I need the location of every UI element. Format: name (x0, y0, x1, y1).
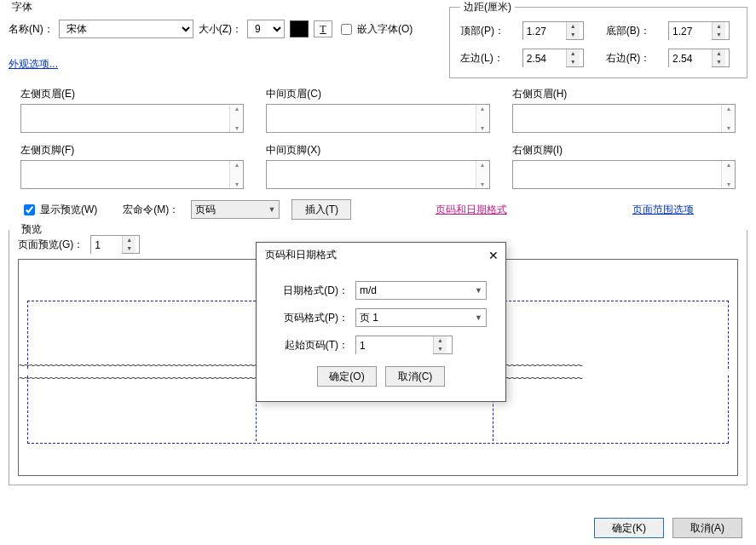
margins-group: 边距(厘米) 顶部(P)： ▲▼ 底部(B)： ▲▼ 左边(L)： ▲▼ 右边(… (449, 0, 747, 78)
footer-right-input[interactable]: ▴▾ (512, 160, 736, 189)
font-size-select[interactable]: 9 (247, 20, 285, 38)
page-date-format-dialog: 页码和日期格式 ✕ 日期格式(D)： m/d ▼ 页码格式(P)： 页 1 ▼ … (256, 242, 506, 402)
scroll-up-icon[interactable]: ▴ (727, 161, 730, 169)
footer-left-input[interactable]: ▴▾ (20, 160, 244, 189)
spin-up-icon[interactable]: ▲ (713, 22, 725, 31)
scroll-up-icon[interactable]: ▴ (481, 161, 484, 169)
dialog-title: 页码和日期格式 (265, 248, 337, 262)
page-date-format-link[interactable]: 页码和日期格式 (436, 204, 507, 215)
font-name-label: 名称(N)： (9, 22, 54, 37)
chevron-down-icon: ▼ (475, 313, 482, 322)
show-preview-checkbox[interactable]: 显示预览(W) (20, 202, 97, 218)
chevron-down-icon: ▼ (475, 286, 482, 295)
dialog-ok-button[interactable]: 确定(O) (317, 366, 377, 387)
margin-top-input[interactable] (523, 22, 566, 41)
margin-left-input[interactable] (523, 49, 566, 68)
header-center-label: 中间页眉(C) (266, 87, 489, 101)
margin-top-spinner[interactable]: ▲▼ (522, 21, 584, 40)
spin-up-icon[interactable]: ▲ (123, 236, 136, 244)
spin-down-icon[interactable]: ▼ (567, 31, 580, 39)
scroll-down-icon[interactable]: ▾ (727, 181, 730, 188)
spin-down-icon[interactable]: ▼ (123, 244, 136, 253)
spin-down-icon[interactable]: ▼ (434, 345, 447, 353)
header-left-input[interactable]: ▴▾ (20, 104, 244, 133)
macro-label: 宏命令(M)： (123, 203, 179, 217)
spin-up-icon[interactable]: ▲ (567, 49, 580, 58)
chevron-down-icon: ▼ (268, 205, 275, 214)
header-right-label: 右侧页眉(H) (512, 87, 736, 101)
font-name-select[interactable]: 宋体 (59, 20, 193, 38)
appearance-options-link[interactable]: 外观选项... (9, 58, 58, 70)
start-page-label: 起始页码(T)： (275, 338, 349, 353)
spin-up-icon[interactable]: ▲ (567, 22, 580, 31)
scroll-down-icon[interactable]: ▾ (235, 181, 239, 188)
dialog-cancel-button[interactable]: 取消(C) (385, 366, 445, 387)
header-center-input[interactable]: ▴▾ (266, 104, 489, 133)
page-format-select[interactable]: 页 1 ▼ (355, 308, 487, 327)
footer-left-label: 左侧页脚(F) (20, 143, 244, 158)
underline-icon[interactable]: T (314, 20, 332, 37)
scroll-up-icon[interactable]: ▴ (481, 105, 484, 112)
margin-top-label: 顶部(P)： (460, 24, 507, 38)
date-format-select[interactable]: m/d ▼ (355, 281, 487, 300)
margin-bottom-input[interactable] (669, 22, 712, 41)
embed-font-input[interactable] (341, 24, 352, 35)
page-preview-input[interactable] (91, 236, 122, 255)
header-left-label: 左侧页眉(E) (20, 87, 244, 101)
show-preview-label: 显示预览(W) (40, 203, 97, 217)
margin-left-spinner[interactable]: ▲▼ (522, 49, 584, 67)
show-preview-input[interactable] (24, 204, 35, 215)
spin-up-icon[interactable]: ▲ (713, 49, 725, 58)
font-color-swatch[interactable] (290, 20, 309, 37)
macro-select[interactable]: 页码 ▼ (191, 200, 280, 219)
page-format-label: 页码格式(P)： (275, 311, 349, 325)
spin-down-icon[interactable]: ▼ (567, 58, 580, 66)
scroll-down-icon[interactable]: ▾ (235, 124, 239, 132)
date-format-label: 日期格式(D)： (275, 284, 349, 298)
close-icon[interactable]: ✕ (488, 249, 499, 262)
embed-font-checkbox[interactable]: 嵌入字体(O) (338, 21, 413, 37)
header-right-input[interactable]: ▴▾ (512, 104, 736, 133)
margin-right-input[interactable] (669, 49, 712, 68)
scroll-down-icon[interactable]: ▾ (727, 124, 730, 132)
scroll-up-icon[interactable]: ▴ (235, 161, 239, 169)
embed-font-label: 嵌入字体(O) (357, 22, 413, 37)
scroll-up-icon[interactable]: ▴ (235, 105, 239, 112)
margin-bottom-spinner[interactable]: ▲▼ (668, 21, 730, 40)
page-preview-label: 页面预览(G)： (18, 238, 84, 252)
spin-down-icon[interactable]: ▼ (713, 58, 725, 66)
spin-down-icon[interactable]: ▼ (713, 31, 725, 39)
scroll-down-icon[interactable]: ▾ (481, 181, 484, 188)
margins-group-label: 边距(厘米) (460, 0, 515, 14)
preview-group-label: 预览 (18, 222, 45, 237)
scroll-down-icon[interactable]: ▾ (481, 124, 484, 132)
page-range-options-link[interactable]: 页面范围选项 (632, 204, 694, 215)
font-group-label: 字体 (12, 0, 442, 14)
margin-right-spinner[interactable]: ▲▼ (668, 49, 730, 67)
footer-right-label: 右侧页脚(I) (512, 143, 736, 158)
footer-center-label: 中间页脚(X) (266, 143, 489, 158)
start-page-input[interactable] (356, 336, 433, 355)
insert-button[interactable]: 插入(T) (291, 199, 351, 220)
margin-right-label: 右边(R)： (606, 51, 653, 66)
scroll-up-icon[interactable]: ▴ (727, 105, 730, 112)
page-format-value: 页 1 (360, 311, 378, 325)
margin-bottom-label: 底部(B)： (606, 24, 653, 38)
footer-center-input[interactable]: ▴▾ (266, 160, 489, 189)
spin-up-icon[interactable]: ▲ (434, 336, 447, 345)
page-preview-spinner[interactable]: ▲▼ (90, 235, 140, 254)
start-page-spinner[interactable]: ▲▼ (355, 336, 453, 354)
font-size-label: 大小(Z)： (199, 22, 242, 37)
margin-left-label: 左边(L)： (460, 51, 507, 66)
date-format-value: m/d (360, 284, 377, 296)
macro-value: 页码 (195, 203, 216, 217)
ok-button[interactable]: 确定(K) (594, 518, 664, 538)
cancel-button[interactable]: 取消(A) (672, 518, 742, 538)
